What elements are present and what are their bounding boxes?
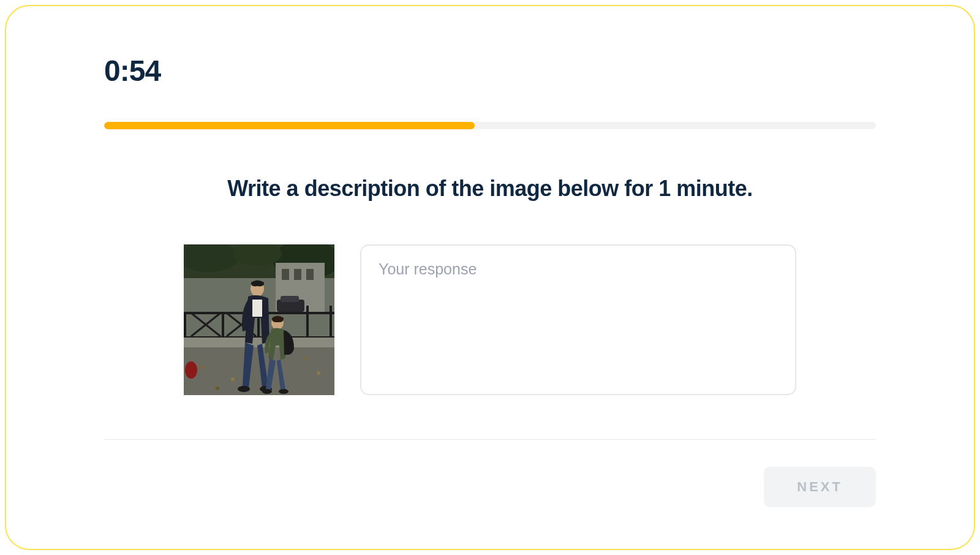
svg-point-28 [317,371,320,375]
svg-point-36 [262,389,272,394]
svg-rect-8 [306,269,314,280]
svg-point-25 [200,365,204,369]
svg-rect-10 [281,296,299,302]
svg-point-37 [279,389,288,394]
svg-point-27 [304,356,308,360]
next-button[interactable]: NEXT [764,467,876,507]
svg-point-30 [185,361,197,379]
divider [104,439,876,440]
svg-point-29 [216,387,219,390]
svg-point-26 [231,377,235,381]
app-frame: 0:54 Write a description of the image be… [5,5,975,550]
svg-rect-7 [294,269,301,280]
task-row [104,244,876,395]
progress-bar-fill [104,122,475,129]
response-input[interactable] [360,244,796,395]
svg-point-33 [238,386,250,392]
svg-rect-32 [252,300,262,317]
prompt-image [184,244,334,395]
timer-display: 0:54 [104,54,876,88]
svg-rect-6 [282,269,289,280]
prompt-text: Write a description of the image below f… [104,176,876,202]
progress-bar-track [104,122,876,129]
footer-row: NEXT [104,467,876,507]
content-area: 0:54 Write a description of the image be… [6,6,974,549]
